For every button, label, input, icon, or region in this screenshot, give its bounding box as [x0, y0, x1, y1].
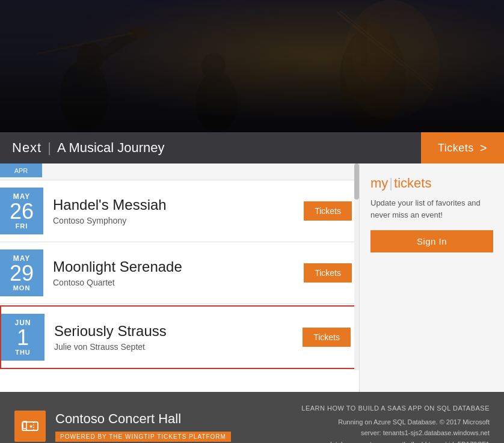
event-day-1: 29: [10, 263, 34, 284]
scroll-track[interactable]: [354, 163, 359, 370]
footer-line2: server: tenants1-sjs2.database.windows.n…: [301, 427, 490, 439]
tickets-main-button[interactable]: Tickets >: [421, 132, 504, 163]
event-subtitle-0: Contoso Symphony: [53, 216, 294, 225]
event-dow-2: THU: [15, 349, 31, 356]
event-date-box-0: MAY 26 FRI: [0, 188, 43, 234]
footer-concert-hall-name: Contoso Concert Hall: [55, 411, 231, 427]
event-title-2: Seriously Strauss: [54, 323, 293, 340]
footer-powered: POWERED BY THE WINGTIP TICKETS PLATFORM: [55, 430, 231, 442]
title-divider: |: [48, 140, 51, 156]
event-row-clipped: APR: [0, 163, 359, 180]
event-tickets-button-2[interactable]: Tickets: [303, 328, 351, 347]
footer-line3: database: contosoconcerthall_old tenant …: [301, 439, 490, 443]
footer-logo-area: ★ Contoso Concert Hall POWERED BY THE WI…: [14, 411, 301, 442]
event-subtitle-1: Contoso Quartet: [53, 278, 294, 287]
footer-powered-label: POWERED BY THE WINGTIP TICKETS PLATFORM: [55, 432, 231, 442]
footer-right: LEARN HOW TO BUILD A SAAS APP ON SQL DAT…: [301, 403, 490, 443]
logo-tickets: tickets: [394, 176, 431, 191]
event-row-highlighted: JUN 1 THU Seriously Strauss Julie von St…: [0, 305, 359, 369]
event-date-box-1: MAY 29 MON: [0, 249, 43, 296]
clipped-date-box: APR: [0, 163, 42, 177]
scroll-thumb[interactable]: [354, 163, 359, 200]
event-info-2: Seriously Strauss Julie von Strauss Sept…: [45, 323, 303, 352]
events-panel: APR MAY 26 FRI Handel's Messiah Contoso …: [0, 163, 360, 392]
tickets-main-label: Tickets: [438, 142, 474, 154]
title-subtitle: A Musical Journey: [57, 140, 165, 156]
footer: ★ Contoso Concert Hall POWERED BY THE WI…: [0, 392, 504, 443]
title-bar: Next | A Musical Journey Tickets >: [0, 132, 504, 163]
footer-line1: Running on Azure SQL Database. © 2017 Mi…: [301, 417, 490, 428]
event-title-1: Moonlight Serenade: [53, 258, 294, 276]
footer-right-title: LEARN HOW TO BUILD A SAAS APP ON SQL DAT…: [301, 403, 490, 414]
footer-venue-info: Contoso Concert Hall POWERED BY THE WING…: [55, 411, 231, 442]
my-tickets-description: Update your list of favorites and never …: [370, 197, 493, 221]
events-scroll-area: APR MAY 26 FRI Handel's Messiah Contoso …: [0, 163, 359, 370]
event-tickets-button-0[interactable]: Tickets: [304, 201, 352, 221]
sign-in-button[interactable]: Sign In: [370, 230, 493, 252]
my-tickets-logo: my|tickets: [370, 176, 493, 191]
event-date-box-2: JUN 1 THU: [1, 314, 45, 361]
tickets-chevron-icon: >: [480, 141, 487, 155]
event-day-0: 26: [10, 201, 34, 222]
hero-overlay: [0, 0, 504, 132]
event-subtitle-2: Julie von Strauss Septet: [54, 342, 293, 352]
hero-section: [0, 0, 504, 132]
event-dow-1: MON: [13, 284, 31, 292]
event-title-0: Handel's Messiah: [53, 197, 294, 214]
event-dow-0: FRI: [16, 222, 28, 230]
event-row: MAY 29 MON Moonlight Serenade Contoso Qu…: [0, 242, 359, 304]
svg-text:★: ★: [29, 424, 33, 429]
title-bar-left: Next | A Musical Journey: [0, 132, 421, 163]
event-tickets-button-1[interactable]: Tickets: [304, 263, 352, 283]
sidebar: my|tickets Update your list of favorites…: [360, 163, 504, 392]
event-info-1: Moonlight Serenade Contoso Quartet: [43, 258, 304, 288]
event-row: MAY 26 FRI Handel's Messiah Contoso Symp…: [0, 180, 359, 242]
logo-pipe: |: [389, 176, 393, 191]
event-day-2: 1: [17, 327, 29, 349]
title-next-label: Next: [12, 140, 41, 156]
logo-my: my: [370, 176, 388, 191]
event-info-0: Handel's Messiah Contoso Symphony: [43, 197, 304, 226]
footer-icon: ★: [14, 411, 46, 442]
main-content: APR MAY 26 FRI Handel's Messiah Contoso …: [0, 163, 504, 392]
